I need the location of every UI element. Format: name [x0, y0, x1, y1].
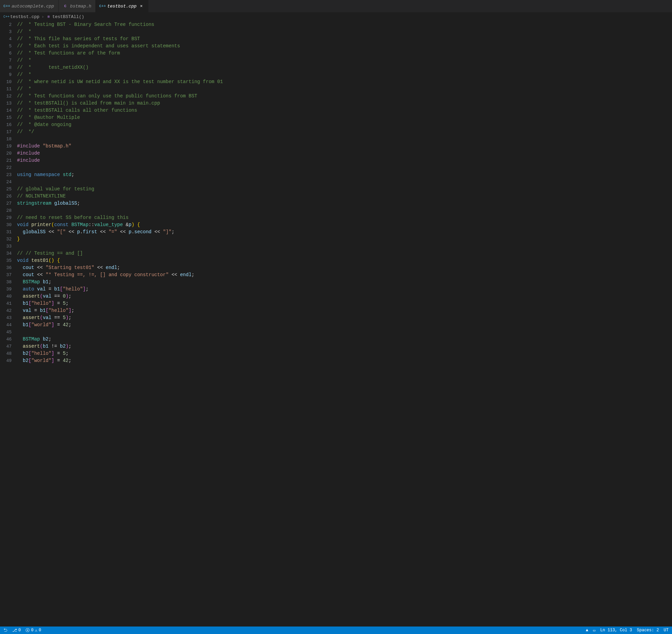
line-number: 2	[0, 21, 12, 28]
cpp-file-icon: C++	[4, 14, 9, 19]
code-line: // * @date ongoing	[17, 121, 672, 128]
line-number: 4	[0, 35, 12, 43]
cursor-position[interactable]: Ln 113, Col 3	[600, 628, 632, 633]
line-number: 17	[0, 128, 12, 136]
line-number: 15	[0, 114, 12, 121]
notifications-icon[interactable]: ▲	[586, 628, 588, 633]
breadcrumb-symbol[interactable]: ⊞ testBSTAll()	[46, 14, 84, 19]
code-line	[17, 329, 672, 336]
code-line: b1["world"] = 42;	[17, 321, 672, 329]
code-line: assert(b1 != b2);	[17, 343, 672, 350]
line-number: 25	[0, 186, 12, 193]
tab-bar: C++autocomplete.cppCbstmap.hC++testbst.c…	[0, 0, 672, 12]
line-number: 16	[0, 121, 12, 128]
code-line: // * Each test is independent and uses a…	[17, 43, 672, 50]
code-line	[17, 243, 672, 250]
code-line: b2["world"] = 42;	[17, 357, 672, 364]
code-line: // * Test functions are of the form	[17, 50, 672, 57]
code-line: assert(val == 5);	[17, 314, 672, 321]
code-line: stringstream globalSS;	[17, 200, 672, 207]
code-line: void printer(const BSTMap::value_type &p…	[17, 221, 672, 228]
code-line	[17, 136, 672, 143]
line-number: 32	[0, 236, 12, 243]
problems-status[interactable]: ⓧ 0 ⚠ 0	[26, 628, 41, 633]
code-line: val = b1["hello"];	[17, 307, 672, 314]
tab-bstmap-h[interactable]: Cbstmap.h	[59, 0, 96, 12]
code-line: assert(val == 0);	[17, 293, 672, 300]
line-number: 41	[0, 300, 12, 307]
gutter: 2345678910111213141516171819202122232425…	[0, 21, 17, 627]
line-number: 7	[0, 57, 12, 64]
code-line: // *	[17, 57, 672, 64]
code-line	[17, 164, 672, 171]
line-number: 46	[0, 336, 12, 343]
code-line: // global value for testing	[17, 186, 672, 193]
line-number: 39	[0, 286, 12, 293]
close-icon[interactable]: ×	[139, 3, 144, 9]
code-line: // * Test functions can only use the pub…	[17, 93, 672, 100]
line-number: 6	[0, 50, 12, 57]
encoding[interactable]: UT	[664, 628, 669, 633]
code-line: // * where netid is UW netid and XX is t…	[17, 78, 672, 85]
line-number: 18	[0, 136, 12, 143]
line-number: 19	[0, 143, 12, 150]
code-line	[17, 207, 672, 214]
line-number: 29	[0, 214, 12, 221]
breadcrumb-file-label: testbst.cpp	[10, 14, 39, 19]
layout-icon[interactable]: ▭	[593, 628, 595, 633]
code-line: globalSS << "[" << p.first << "=" << p.s…	[17, 228, 672, 236]
tab-testbst-cpp[interactable]: C++testbst.cpp×	[96, 0, 148, 12]
error-count: 0	[31, 628, 33, 633]
line-number: 45	[0, 329, 12, 336]
code-line: cout << "Starting test01" << endl;	[17, 264, 672, 271]
line-number: 28	[0, 207, 12, 214]
code-line: // * testBSTAll() is called from main in…	[17, 100, 672, 107]
sync-count: 0	[18, 628, 21, 633]
code-line: BSTMap b2;	[17, 336, 672, 343]
line-number: 33	[0, 243, 12, 250]
cpp-file-icon: C	[63, 3, 68, 9]
code-line: b1["hello"] = 5;	[17, 300, 672, 307]
tab-label: bstmap.h	[70, 4, 91, 9]
code-line: // *	[17, 71, 672, 78]
line-number: 10	[0, 78, 12, 85]
line-number: 27	[0, 200, 12, 207]
line-number: 36	[0, 264, 12, 271]
line-number: 5	[0, 43, 12, 50]
code-line: // * Testing BST - Binary Search Tree fu…	[17, 21, 672, 28]
indentation[interactable]: Spaces: 2	[637, 628, 659, 633]
cpp-file-icon: C++	[100, 3, 105, 9]
line-number: 14	[0, 107, 12, 114]
line-number: 20	[0, 150, 12, 157]
remote-indicator[interactable]: ⮌	[3, 628, 7, 633]
code-line: // *	[17, 28, 672, 35]
line-number: 49	[0, 357, 12, 364]
source-control-status[interactable]: ⎇ 0	[12, 628, 21, 633]
tab-autocomplete-cpp[interactable]: C++autocomplete.cpp	[0, 0, 59, 12]
code-line: // // Testing == and []	[17, 250, 672, 257]
line-number: 8	[0, 64, 12, 71]
breadcrumb-file[interactable]: C++ testbst.cpp	[4, 14, 39, 19]
line-number: 22	[0, 164, 12, 171]
code-line: void test01() {	[17, 257, 672, 264]
code-line: auto val = b1["hello"];	[17, 286, 672, 293]
code-line: #include	[17, 157, 672, 164]
line-number: 40	[0, 293, 12, 300]
editor[interactable]: 2345678910111213141516171819202122232425…	[0, 21, 672, 627]
code-line: using namespace std;	[17, 171, 672, 178]
code-line: // NOLINTNEXTLINE	[17, 193, 672, 200]
line-number: 30	[0, 221, 12, 228]
line-number: 47	[0, 343, 12, 350]
line-number: 24	[0, 178, 12, 186]
line-number: 26	[0, 193, 12, 200]
line-number: 48	[0, 350, 12, 357]
breadcrumb: C++ testbst.cpp › ⊞ testBSTAll()	[0, 12, 672, 21]
chevron-right-icon: ›	[42, 14, 44, 19]
line-number: 34	[0, 250, 12, 257]
warning-count: 0	[39, 628, 41, 633]
code-line: // * This file has series of tests for B…	[17, 35, 672, 43]
code-area[interactable]: // * Testing BST - Binary Search Tree fu…	[17, 21, 672, 627]
line-number: 12	[0, 93, 12, 100]
line-number: 38	[0, 279, 12, 286]
code-line: // * testBSTAll calls all other function…	[17, 107, 672, 114]
